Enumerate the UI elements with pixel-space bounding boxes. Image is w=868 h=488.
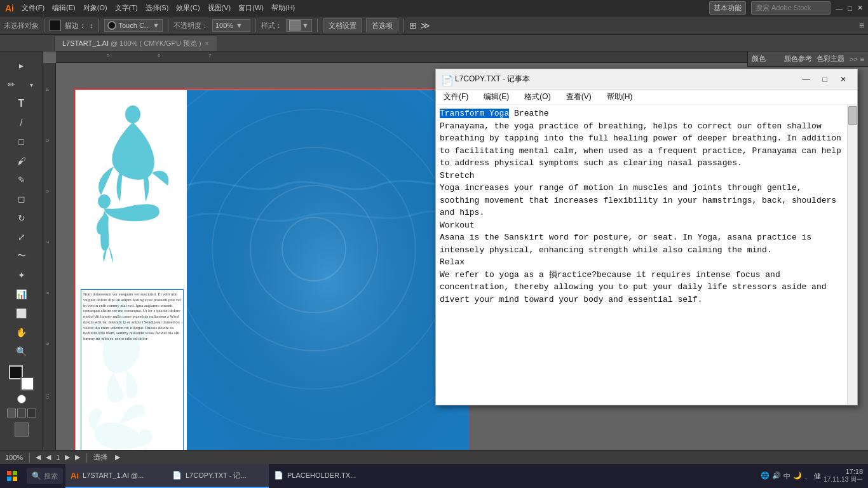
pen-sub-tool[interactable]: ▾ bbox=[22, 76, 41, 93]
health-icon[interactable]: 、 bbox=[804, 471, 811, 481]
page-nav-next[interactable]: ▶ bbox=[65, 453, 70, 461]
brush-select[interactable]: Touch C... ▼ bbox=[104, 19, 163, 32]
menu-edit[interactable]: 编辑(E) bbox=[52, 3, 76, 13]
np-menu-file[interactable]: 文件(F) bbox=[440, 90, 472, 104]
paintbrush-tool[interactable]: 🖌 bbox=[12, 152, 31, 170]
menu-icon[interactable]: ≡ bbox=[859, 20, 864, 30]
menu-effect[interactable]: 效果(C) bbox=[176, 3, 200, 13]
basic-mode-btn[interactable]: 基本功能 bbox=[709, 1, 746, 15]
np-menu-view[interactable]: 查看(V) bbox=[562, 90, 595, 104]
doc-settings-btn[interactable]: 文档设置 bbox=[323, 18, 362, 32]
volume-icon[interactable]: 🔊 bbox=[772, 471, 781, 481]
np-menu-edit[interactable]: 编辑(E) bbox=[480, 90, 513, 104]
notepad-titlebar: 📄 L7COPY.TXT - 记事本 — □ ✕ bbox=[436, 69, 857, 90]
text-frame[interactable]: Num doloreetum ver esequam ver suscipist… bbox=[81, 289, 184, 453]
stroke-circle-icon bbox=[107, 21, 116, 30]
style-dropdown-arrow[interactable]: ▼ bbox=[302, 22, 309, 29]
paint-normal-btn[interactable] bbox=[7, 409, 16, 417]
taskbar-search-text: 搜索 bbox=[44, 471, 58, 481]
arrange-icon[interactable]: ⊞ bbox=[409, 20, 417, 30]
opacity-select[interactable]: 100% ▼ bbox=[212, 19, 250, 32]
line-tool[interactable]: / bbox=[12, 114, 31, 132]
stroke-swatch[interactable] bbox=[20, 377, 34, 391]
notepad2-taskbar-label: PLACEHOLDER.TX... bbox=[287, 471, 356, 479]
toolbar-sep-2 bbox=[98, 19, 99, 32]
artboard-tool[interactable]: ⬜ bbox=[12, 304, 31, 322]
np-menu-format[interactable]: 格式(O) bbox=[520, 90, 554, 104]
symbol-tool[interactable]: ✦ bbox=[12, 266, 31, 284]
notepad-close-btn[interactable]: ✕ bbox=[834, 72, 852, 86]
fill-color-box[interactable] bbox=[50, 20, 61, 31]
taskbar-app-notepad2[interactable]: 📄 PLACEHOLDER.TX... bbox=[269, 464, 370, 488]
minimize-app-btn[interactable]: — bbox=[836, 4, 843, 12]
page-nav-next2[interactable]: ▶ bbox=[75, 453, 80, 461]
taskbar-search-box[interactable]: 🔍 搜索 bbox=[27, 468, 63, 484]
menu-object[interactable]: 对象(O) bbox=[83, 3, 107, 13]
taskbar-search-icon: 🔍 bbox=[32, 471, 41, 480]
ai-taskbar-icon: Ai bbox=[71, 471, 79, 480]
style-select[interactable]: ▼ bbox=[286, 19, 312, 32]
page-nav-prev[interactable]: ◀ bbox=[36, 453, 41, 461]
menu-select[interactable]: 选择(S) bbox=[146, 3, 169, 13]
type-tool[interactable]: T bbox=[12, 95, 31, 112]
tab-zoom: @ bbox=[111, 39, 119, 47]
panel-menu-btn[interactable]: ≡ bbox=[860, 55, 864, 63]
yoga-fig-1 bbox=[98, 105, 168, 201]
tab-close-btn[interactable]: × bbox=[205, 40, 209, 47]
notepad-maximize-btn[interactable]: □ bbox=[816, 72, 834, 86]
document-tab[interactable]: L7START_1.AI @ 100% ( CMYK/GPU 预览 ) × bbox=[54, 36, 217, 51]
zoom-tool[interactable]: 🔍 bbox=[12, 342, 31, 360]
hand-tool[interactable]: ✋ bbox=[12, 323, 31, 341]
screen-mode-btn[interactable] bbox=[15, 423, 29, 437]
clock-time: 17:18 bbox=[824, 468, 863, 475]
taskbar-clock[interactable]: 17:18 17.11.13 周一 bbox=[824, 468, 863, 484]
menu-window[interactable]: 窗口(W) bbox=[238, 3, 264, 13]
menu-file[interactable]: 文件(F) bbox=[22, 3, 44, 13]
pen-tool[interactable]: ✏ bbox=[2, 76, 21, 93]
tab-paren-close: ) bbox=[199, 39, 201, 47]
menu-text[interactable]: 文字(T) bbox=[115, 3, 138, 13]
svg-rect-13 bbox=[7, 477, 11, 481]
menu-bar: Ai 文件(F) 编辑(E) 对象(O) 文字(T) 选择(S) 效果(C) 视… bbox=[0, 0, 868, 16]
notepad-scrollbar[interactable] bbox=[847, 105, 857, 405]
opacity-dropdown-arrow[interactable]: ▼ bbox=[236, 22, 243, 29]
keyboard-icon[interactable]: 健 bbox=[814, 471, 821, 481]
tab-colormode: ( bbox=[139, 39, 142, 47]
moon-icon[interactable]: 🌙 bbox=[793, 471, 802, 481]
preferences-btn[interactable]: 首选项 bbox=[366, 18, 398, 32]
np-menu-help[interactable]: 帮助(H) bbox=[603, 90, 637, 104]
start-button[interactable] bbox=[0, 464, 24, 488]
scale-tool[interactable]: ⤢ bbox=[12, 228, 31, 246]
ruler-mark-7: 7 bbox=[208, 53, 211, 58]
ime-icon[interactable]: 中 bbox=[783, 471, 790, 481]
paint-inside-btn[interactable] bbox=[27, 409, 36, 417]
page-nav-prev2[interactable]: ◀ bbox=[46, 453, 51, 461]
status-sep: | bbox=[28, 452, 31, 463]
none-color-btn[interactable] bbox=[17, 395, 26, 403]
notepad-minimize-btn[interactable]: — bbox=[797, 72, 815, 86]
ruler-mark-left-6: 6 bbox=[44, 190, 50, 193]
rectangle-tool[interactable]: □ bbox=[12, 133, 31, 151]
pencil-tool[interactable]: ✎ bbox=[12, 171, 31, 189]
warp-tool[interactable]: 〜 bbox=[12, 247, 31, 265]
network-icon[interactable]: 🌐 bbox=[761, 471, 770, 481]
panel-expand-btn[interactable]: >> bbox=[850, 55, 858, 63]
restore-app-btn[interactable]: □ bbox=[848, 4, 852, 12]
menu-help[interactable]: 帮助(H) bbox=[271, 3, 295, 13]
eraser-tool[interactable]: ◻ bbox=[12, 190, 31, 208]
search-adobe-stock[interactable]: 搜索 Adobe Stock bbox=[751, 1, 831, 15]
rotate-tool[interactable]: ↻ bbox=[12, 209, 31, 227]
brush-dropdown-arrow[interactable]: ▼ bbox=[153, 22, 159, 29]
notepad-text-viewer[interactable]: Transform Yoga Breathe Pranayama, the yo… bbox=[436, 105, 847, 405]
close-app-btn[interactable]: ✕ bbox=[857, 4, 863, 12]
status-dropdown[interactable]: ▶ bbox=[115, 453, 120, 461]
more-tools-icon[interactable]: ≫ bbox=[421, 20, 430, 30]
menu-view[interactable]: 视图(V) bbox=[208, 3, 231, 13]
selection-tool[interactable]: ▸ bbox=[12, 57, 31, 74]
taskbar-app-illustrator[interactable]: Ai L7START_1.AI @... bbox=[65, 464, 167, 488]
paint-behind-btn[interactable] bbox=[17, 409, 26, 417]
graph-tool[interactable]: 📊 bbox=[12, 285, 31, 303]
scrollbar-thumb[interactable] bbox=[848, 106, 857, 125]
clock-date: 17.11.13 周一 bbox=[824, 475, 863, 484]
taskbar-app-notepad1[interactable]: 📄 L7COPY.TXT - 记... bbox=[167, 464, 269, 488]
